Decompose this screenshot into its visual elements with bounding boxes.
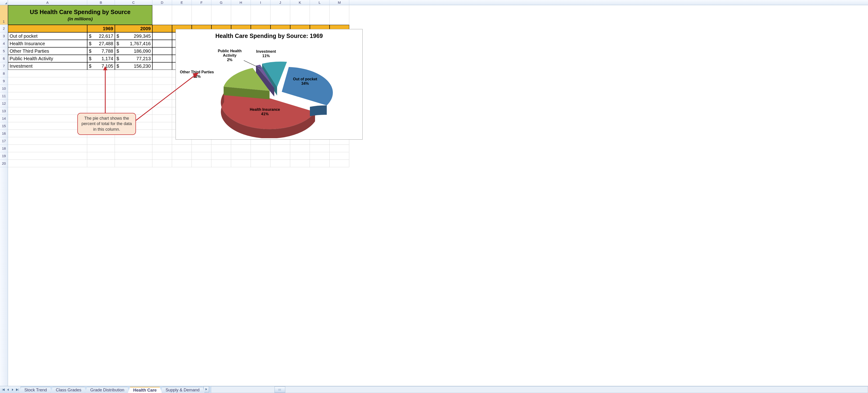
row-header-1[interactable]: 1 [0,5,8,25]
sheet-tab-class-grades[interactable]: Class Grades [51,387,87,393]
select-all-corner[interactable] [0,0,8,5]
header-2009[interactable]: 2009 [115,25,152,32]
cell-C19[interactable] [115,152,152,160]
pie-chart[interactable]: Health Care Spending by Source: 1969 [176,29,363,140]
row-header-4[interactable]: 4 [0,40,8,47]
cell-M19[interactable] [330,152,349,160]
cell-I19[interactable] [251,152,271,160]
row-header-15[interactable]: 15 [0,122,8,130]
cell-A15[interactable] [8,122,87,130]
cell-L1[interactable] [310,5,330,25]
cell-A18[interactable] [8,145,87,152]
cell-G20[interactable] [211,160,231,167]
cell-B17[interactable] [87,137,115,145]
cell-D18[interactable] [152,145,172,152]
row-header-19[interactable]: 19 [0,152,8,160]
cell-K18[interactable] [290,145,310,152]
cell-G19[interactable] [211,152,231,160]
row-header-16[interactable]: 16 [0,130,8,137]
cell-M20[interactable] [330,160,349,167]
cell-E19[interactable] [172,152,192,160]
cell-J18[interactable] [271,145,290,152]
cell-D4[interactable] [152,40,172,47]
cell-E1[interactable] [172,5,192,25]
col-header-F[interactable]: F [192,0,211,5]
cell-A20[interactable] [8,160,87,167]
cell-A11[interactable] [8,92,87,100]
cell-B5[interactable]: $7,788 [87,47,115,55]
cell-D2[interactable] [152,25,172,32]
tab-nav-next[interactable] [11,388,14,392]
col-header-I[interactable]: I [251,0,271,5]
cell-D6[interactable] [152,55,172,62]
cell-D19[interactable] [152,152,172,160]
hscroll-thumb[interactable] [275,387,285,393]
row-header-14[interactable]: 14 [0,115,8,122]
cell-D5[interactable] [152,47,172,55]
cell-C4[interactable]: $1,767,416 [115,40,152,47]
cell-M18[interactable] [330,145,349,152]
annotation-callout[interactable]: The pie chart shows the percent of total… [78,113,136,135]
row-header-6[interactable]: 6 [0,55,8,62]
cell-B10[interactable] [87,85,115,92]
cell-B19[interactable] [87,152,115,160]
cell-M1[interactable] [330,5,349,25]
cell-L20[interactable] [310,160,330,167]
cell-F1[interactable] [192,5,211,25]
row-header-20[interactable]: 20 [0,160,8,167]
cell-K19[interactable] [290,152,310,160]
cell-A16[interactable] [8,130,87,137]
cell-D15[interactable] [152,122,172,130]
row-header-2[interactable]: 2 [0,25,8,32]
col-header-L[interactable]: L [310,0,330,5]
cell-A4[interactable]: Health Insurance [8,40,87,47]
cell-D3[interactable] [152,32,172,40]
cell-C17[interactable] [115,137,152,145]
cell-C6[interactable]: $77,213 [115,55,152,62]
row-header-11[interactable]: 11 [0,92,8,100]
cell-A7[interactable]: Investment [8,62,87,70]
cell-L19[interactable] [310,152,330,160]
sheet-tab-supply-demand[interactable]: Supply & Demand [160,387,205,393]
cell-F18[interactable] [192,145,211,152]
cell-H18[interactable] [231,145,251,152]
cell-D17[interactable] [152,137,172,145]
tab-nav-last[interactable] [16,388,19,392]
col-header-J[interactable]: J [271,0,290,5]
col-header-K[interactable]: K [290,0,310,5]
cell-C18[interactable] [115,145,152,152]
cell-B3[interactable]: $22,617 [87,32,115,40]
cell-D20[interactable] [152,160,172,167]
table-title[interactable]: US Health Care Spending by Source (in mi… [8,5,152,25]
col-header-M[interactable]: M [330,0,349,5]
cell-C7[interactable]: $156,230 [115,62,152,70]
cell-D16[interactable] [152,130,172,137]
row-header-12[interactable]: 12 [0,100,8,107]
cell-K1[interactable] [290,5,310,25]
cell-I20[interactable] [251,160,271,167]
cell-J1[interactable] [271,5,290,25]
col-header-H[interactable]: H [231,0,251,5]
cell-A13[interactable] [8,107,87,115]
row-header-5[interactable]: 5 [0,47,8,55]
row-header-8[interactable]: 8 [0,70,8,77]
col-header-A[interactable]: A [8,0,87,5]
cells-area[interactable]: US Health Care Spending by Source (in mi… [8,5,868,386]
sheet-tab-stock-trend[interactable]: Stock Trend [19,387,52,393]
cell-B18[interactable] [87,145,115,152]
horizontal-scrollbar[interactable] [211,386,868,393]
cell-B12[interactable] [87,100,115,107]
cell-H19[interactable] [231,152,251,160]
cell-H1[interactable] [231,5,251,25]
cell-E18[interactable] [172,145,192,152]
cell-B6[interactable]: $1,174 [87,55,115,62]
col-header-E[interactable]: E [172,0,192,5]
cell-A9[interactable] [8,77,87,85]
col-header-C[interactable]: C [115,0,152,5]
row-header-10[interactable]: 10 [0,85,8,92]
col-header-G[interactable]: G [211,0,231,5]
cell-L18[interactable] [310,145,330,152]
cell-E20[interactable] [172,160,192,167]
tab-nav-prev[interactable] [6,388,10,392]
cell-B11[interactable] [87,92,115,100]
